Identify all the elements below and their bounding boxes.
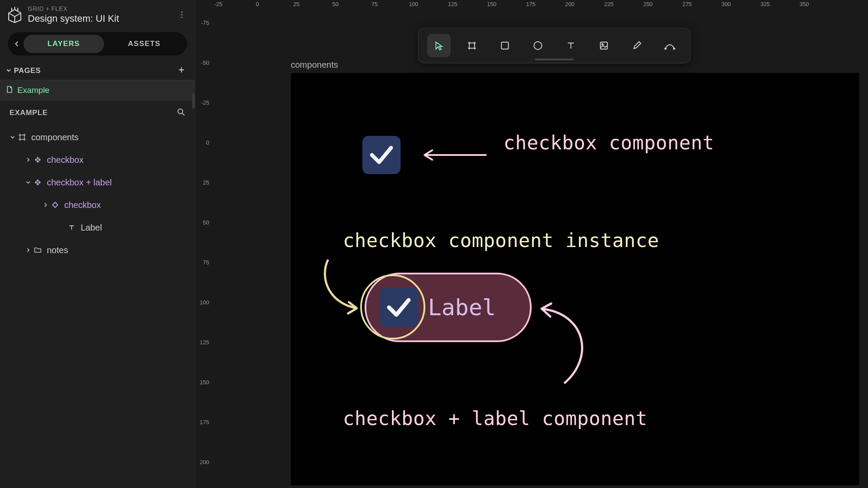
ruler-tick: 50 (203, 219, 209, 226)
svg-rect-7 (600, 42, 607, 49)
svg-point-8 (602, 44, 603, 45)
tool-text[interactable] (559, 34, 582, 57)
caret-down-icon (6, 67, 12, 75)
ruler-tick: 75 (203, 259, 209, 266)
svg-rect-5 (501, 42, 508, 49)
annotation-arrow-icon (534, 301, 599, 388)
ruler-tick: 250 (643, 1, 653, 7)
ruler-vertical: -75 -50 -25 0 25 50 75 100 125 150 175 2… (195, 10, 214, 488)
layer-label-text[interactable]: Label (0, 216, 195, 239)
ruler-tick: 175 (526, 1, 536, 7)
layer-label: checkbox (47, 155, 84, 165)
scrollbar-thumb[interactable] (192, 93, 195, 109)
frame-title[interactable]: components (291, 60, 338, 70)
section-header-label: EXAMPLE (10, 109, 48, 117)
ruler-tick: 125 (200, 339, 209, 346)
layer-label: checkbox + label (47, 178, 112, 188)
annotation-checkbox-component: checkbox component (503, 132, 714, 154)
ruler-tick: -25 (201, 99, 209, 106)
text-icon (67, 224, 76, 231)
panel-tabs: LAYERS ASSETS (8, 32, 187, 56)
tool-frame[interactable] (460, 34, 483, 57)
tab-assets[interactable]: ASSETS (104, 35, 185, 53)
search-icon[interactable] (177, 108, 185, 118)
layer-label: Label (81, 223, 102, 233)
ruler-tick: -50 (201, 59, 209, 66)
project-title[interactable]: Design system: UI Kit (28, 13, 175, 24)
canvas-viewport[interactable]: components checkbox component checkbox c… (214, 10, 868, 488)
ruler-tick: 75 (372, 1, 378, 7)
layer-tree: components checkbox checkbox + label (0, 124, 195, 261)
chevron-down-icon[interactable] (23, 180, 33, 185)
tool-ellipse[interactable] (526, 34, 549, 57)
annotation-arrow-icon (315, 255, 367, 316)
svg-point-3 (178, 109, 183, 114)
chevron-right-icon[interactable] (41, 202, 50, 208)
annotation-arrow-icon (419, 148, 489, 162)
ruler-tick: -75 (201, 20, 209, 26)
svg-point-6 (534, 42, 542, 49)
ruler-tick: 200 (200, 459, 209, 465)
tab-layers[interactable]: LAYERS (23, 35, 104, 53)
instance-icon (50, 201, 60, 208)
section-header: EXAMPLE (0, 101, 195, 124)
project-header: GRID + FLEX Design system: UI Kit (0, 0, 195, 30)
toolbar-drag-handle[interactable] (535, 59, 574, 60)
tool-select[interactable] (427, 34, 450, 57)
ruler-tick: 200 (565, 1, 575, 7)
canvas-checkbox-instance[interactable] (379, 288, 418, 327)
ruler-tick: 50 (332, 1, 339, 7)
tool-pen[interactable] (658, 34, 681, 57)
layer-label: components (31, 132, 79, 142)
canvas-checkbox-label-component[interactable]: Label (365, 273, 532, 342)
canvas-checkbox-component[interactable] (362, 136, 401, 174)
tool-rectangle[interactable] (493, 34, 516, 57)
ruler-tick: 0 (256, 1, 259, 7)
layer-label: checkbox (64, 200, 101, 210)
layer-checkbox-label-component[interactable]: checkbox + label (0, 171, 195, 194)
ruler-tick: 350 (799, 1, 809, 7)
ruler-tick: 25 (293, 1, 299, 7)
chevron-right-icon[interactable] (23, 157, 33, 162)
annotation-combo: checkbox + label component (343, 407, 648, 429)
annotation-instance: checkbox component instance (343, 229, 659, 251)
chevron-down-icon[interactable] (8, 135, 17, 140)
canvas-toolbar (418, 28, 690, 63)
ruler-tick: 125 (448, 1, 457, 7)
frame-icon (17, 133, 27, 141)
component-icon (33, 179, 43, 186)
ruler-horizontal: -25 0 25 50 75 100 125 150 175 200 225 2… (195, 0, 868, 10)
left-panel: GRID + FLEX Design system: UI Kit LAYERS… (0, 0, 195, 488)
add-page-icon[interactable] (178, 66, 185, 76)
checkmark-icon (384, 293, 414, 322)
layer-checkbox-component[interactable]: checkbox (0, 148, 195, 171)
canvas-label-text[interactable]: Label (428, 294, 496, 320)
app-logo-icon (6, 6, 23, 23)
svg-point-0 (181, 11, 182, 13)
ruler-tick: 0 (206, 139, 209, 146)
layer-notes[interactable]: notes (0, 239, 195, 261)
canvas-frame[interactable]: checkbox component checkbox component in… (291, 73, 859, 485)
svg-point-1 (181, 14, 182, 15)
layer-label: notes (47, 245, 68, 255)
page-item-label: Example (17, 86, 49, 95)
page-item-example[interactable]: Example (0, 80, 195, 101)
tool-pencil[interactable] (625, 34, 648, 57)
ruler-tick: 100 (200, 299, 209, 306)
tool-image[interactable] (592, 34, 615, 57)
svg-point-2 (181, 16, 182, 18)
layer-components[interactable]: components (0, 126, 195, 148)
chevron-right-icon[interactable] (23, 247, 33, 253)
project-menu-icon[interactable] (175, 8, 189, 22)
project-breadcrumb[interactable]: GRID + FLEX (28, 5, 175, 12)
ruler-tick: 150 (487, 1, 496, 7)
folder-icon (33, 247, 43, 254)
pages-header[interactable]: PAGES (0, 60, 195, 80)
layer-checkbox-instance[interactable]: checkbox (0, 194, 195, 216)
tabs-back-icon[interactable] (10, 41, 23, 47)
ruler-tick: 325 (760, 1, 770, 7)
page-icon (6, 86, 14, 95)
svg-rect-4 (20, 135, 24, 139)
pages-header-label: PAGES (14, 66, 41, 75)
svg-point-10 (674, 48, 675, 49)
